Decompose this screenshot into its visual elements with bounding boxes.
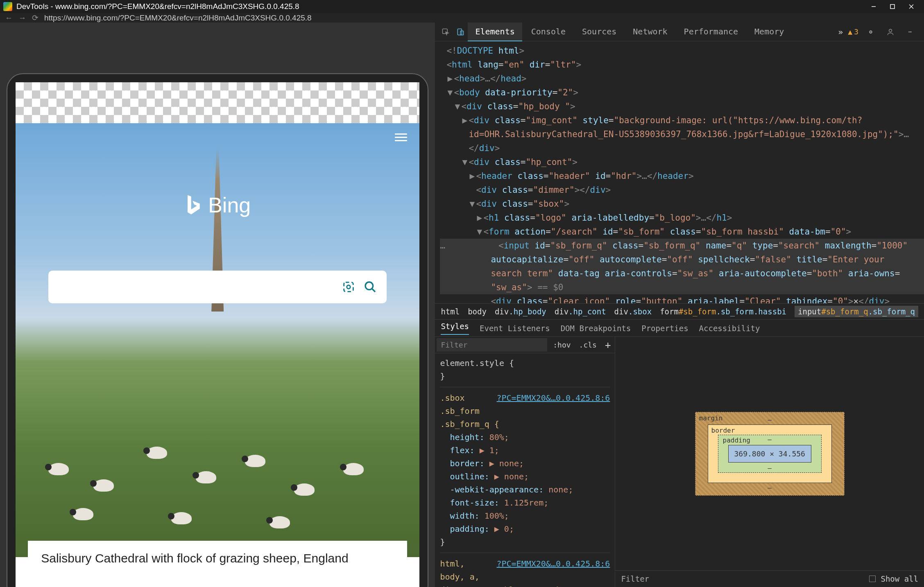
close-button[interactable]	[902, 0, 921, 13]
dom-line[interactable]: ▼<div class="sbox">	[440, 197, 924, 211]
dom-line[interactable]: search term" data-tag aria-controls="sw_…	[440, 266, 924, 280]
svg-line-7	[372, 289, 375, 292]
settings-gear-icon[interactable]: ⚙	[863, 25, 878, 39]
devtools-tab-elements[interactable]: Elements	[468, 23, 522, 41]
inspect-element-icon[interactable]	[438, 25, 453, 39]
source-link[interactable]: ?PC=EMMX20&…0.0.425.8:6	[496, 391, 610, 404]
devtools-tab-console[interactable]: Console	[524, 23, 573, 41]
bing-hero-image: Bing	[16, 123, 419, 557]
styles-subtab-dom-breakpoints[interactable]: DOM Breakpoints	[561, 324, 631, 333]
bing-logo-icon	[184, 194, 202, 217]
dom-line[interactable]: ▶<head>…</head>	[440, 72, 924, 86]
css-property[interactable]: flex: ▶ 1;	[450, 444, 610, 457]
computed-filter-input[interactable]: Filter	[621, 574, 864, 583]
dom-line[interactable]: autocapitalize="off" autocomplete="off" …	[440, 253, 924, 266]
show-all-label: Show all	[881, 574, 918, 583]
dom-line[interactable]: ▼<div class="hp_body ">	[440, 99, 924, 113]
breadcrumb-item[interactable]: div.hp_cont	[555, 307, 606, 316]
hov-toggle[interactable]: :hov	[549, 341, 575, 349]
account-icon[interactable]	[883, 25, 898, 39]
css-property[interactable]: outline: ▶ none;	[450, 470, 610, 483]
styles-rules-list[interactable]: element.style { } .sbox?PC=EMMX20&…0.0.4…	[435, 353, 615, 587]
source-link[interactable]: ?PC=EMMX20&…0.0.425.8:6	[496, 557, 610, 570]
dom-line[interactable]: ▼<body data-priority="2">	[440, 86, 924, 99]
new-style-button[interactable]: +	[601, 339, 615, 351]
dom-line[interactable]: <html lang="en" dir="ltr">	[440, 58, 924, 72]
svg-point-11	[889, 29, 892, 32]
warnings-badge[interactable]: ▲ 3	[848, 27, 858, 36]
css-property[interactable]: padding: ▶ 0;	[450, 522, 610, 535]
hamburger-menu-icon[interactable]	[395, 131, 407, 143]
minimize-button[interactable]	[864, 0, 883, 13]
cls-toggle[interactable]: .cls	[575, 341, 601, 349]
styles-filter-bar: Filter :hov .cls +	[435, 337, 615, 353]
dom-tree[interactable]: <!DOCTYPE html><html lang="en" dir="ltr"…	[435, 41, 924, 303]
css-property[interactable]: -webkit-appearance: none;	[450, 483, 610, 496]
computed-filter-bar: Filter Show all	[615, 570, 924, 587]
dom-line[interactable]: …<input id="sb_form_q" class="sb_form_q"…	[440, 239, 924, 253]
camera-icon[interactable]	[342, 280, 356, 294]
styles-subtab-accessibility[interactable]: Accessibility	[699, 324, 760, 333]
dom-line[interactable]: ▶<div class="img_cont" style="background…	[440, 113, 924, 127]
devtools-tab-network[interactable]: Network	[625, 23, 675, 41]
styles-subtab-event-listeners[interactable]: Event Listeners	[480, 324, 550, 333]
devtools-tab-memory[interactable]: Memory	[747, 23, 791, 41]
bing-logo-text: Bing	[208, 193, 251, 217]
styles-pane: Filter :hov .cls + element.style { } .sb…	[435, 337, 615, 587]
url-text[interactable]: https://www.bing.com/?PC=EMMX20&refcv=n2…	[44, 14, 312, 23]
breadcrumb-item[interactable]: input#sb_form_q.sb_form_q	[795, 306, 918, 317]
device-frame: Bing	[7, 73, 428, 587]
dom-line[interactable]: ▶<header class="header" id="hdr">…</head…	[440, 169, 924, 183]
svg-point-5	[347, 285, 351, 289]
breadcrumb-item[interactable]: body	[468, 307, 487, 316]
box-model-diagram[interactable]: margin – border padding – 369.800 × 34.5…	[615, 337, 924, 570]
dom-line[interactable]: "sw_as"> == $0	[440, 280, 924, 294]
box-content-size: 369.800 × 34.556	[728, 445, 811, 463]
styles-subtab-styles[interactable]: Styles	[441, 322, 469, 335]
dom-line[interactable]: ▼<div class="hp_cont">	[440, 155, 924, 169]
devtools-tabs: ElementsConsoleSourcesNetworkPerformance…	[468, 23, 833, 41]
search-icon[interactable]	[364, 280, 377, 294]
forward-button[interactable]: →	[18, 14, 26, 23]
show-all-checkbox[interactable]	[869, 576, 876, 582]
styles-subtab-properties[interactable]: Properties	[641, 324, 688, 333]
dom-line[interactable]: <div class="dimmer"></div>	[440, 183, 924, 197]
search-box[interactable]	[48, 271, 387, 303]
dom-line[interactable]: ▼<form action="/search" id="sb_form" cla…	[440, 225, 924, 239]
more-tabs-icon[interactable]: »	[833, 25, 848, 39]
dom-line[interactable]: ▶<h1 class="logo" aria-labelledby="b_log…	[440, 211, 924, 225]
image-caption-card: Salisbury Cathedral with flock of grazin…	[28, 541, 407, 576]
dom-line[interactable]: </div>	[440, 141, 924, 155]
sheep-field	[16, 385, 419, 557]
devtools-panel: ElementsConsoleSourcesNetworkPerformance…	[435, 23, 924, 587]
styles-subtabs: StylesEvent ListenersDOM BreakpointsProp…	[435, 320, 924, 337]
devtools-favicon	[3, 2, 12, 11]
css-property[interactable]: font-size: 1.125rem;	[450, 496, 610, 509]
breadcrumb-item[interactable]: html	[441, 307, 460, 316]
element-style-rule[interactable]: element.style {	[440, 357, 610, 370]
element-breadcrumb[interactable]: htmlbodydiv.hp_bodydiv.hp_contdiv.sboxfo…	[435, 303, 924, 320]
devtools-tab-performance[interactable]: Performance	[677, 23, 745, 41]
maximize-button[interactable]	[883, 0, 902, 13]
css-property[interactable]: height: 80%;	[450, 431, 610, 444]
breadcrumb-item[interactable]: div.sbox	[614, 307, 652, 316]
dom-line[interactable]: id=OHR.SalisburyCathedral_EN-US538903639…	[440, 127, 924, 141]
breadcrumb-item[interactable]: form#sb_form.sb_form.hassbi	[660, 307, 786, 316]
css-property[interactable]: border: ▶ none;	[450, 457, 610, 470]
css-property[interactable]: width: 100%;	[450, 509, 610, 522]
image-caption-text: Salisbury Cathedral with flock of grazin…	[41, 551, 348, 565]
window-titlebar: DevTools - www.bing.com/?PC=EMMX20&refcv…	[0, 0, 924, 13]
transparent-header-area	[16, 82, 419, 123]
kebab-menu-icon[interactable]: ⋯	[903, 25, 917, 39]
devtools-tab-sources[interactable]: Sources	[575, 23, 624, 41]
device-screen: Bing	[16, 82, 419, 587]
device-toggle-icon[interactable]	[453, 25, 468, 39]
dom-line[interactable]: <div class="clear icon" role="button" ar…	[440, 294, 924, 303]
breadcrumb-item[interactable]: div.hp_body	[495, 307, 546, 316]
dom-line[interactable]: <!DOCTYPE html>	[440, 44, 924, 58]
back-button[interactable]: ←	[5, 14, 13, 23]
url-toolbar: ← → ⟳ https://www.bing.com/?PC=EMMX20&re…	[0, 13, 924, 23]
styles-filter-input[interactable]: Filter	[437, 338, 547, 352]
devtools-toolbar: ElementsConsoleSourcesNetworkPerformance…	[435, 23, 924, 41]
reload-button[interactable]: ⟳	[32, 13, 38, 23]
